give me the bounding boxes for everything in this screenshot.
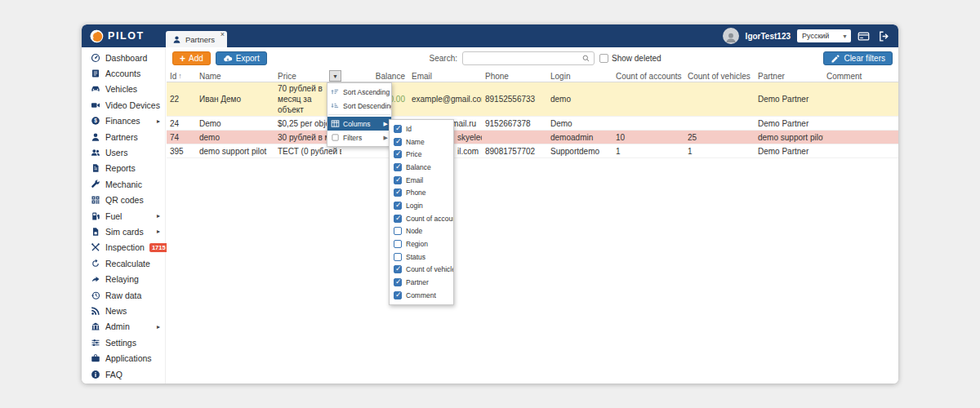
sidebar-item-news[interactable]: News <box>82 303 165 318</box>
column-header-label: Price <box>278 72 296 81</box>
search-input[interactable] <box>463 52 578 64</box>
raw-data-icon <box>91 290 100 300</box>
column-header-partner[interactable]: Partner <box>755 70 823 82</box>
column-header-email[interactable]: Email <box>408 70 482 82</box>
main-content: + Add Export Search: <box>167 47 898 384</box>
accounts-icon <box>91 69 100 78</box>
sidebar-item-partners[interactable]: Partners <box>82 129 165 144</box>
submenu-item-partner[interactable]: Partner <box>390 276 453 289</box>
person-icon <box>172 35 181 44</box>
sidebar-item-relaying[interactable]: Relaying <box>82 271 165 286</box>
cell-phone: 89081757702 <box>482 146 547 157</box>
menu-item-columns[interactable]: Columns▶ <box>327 117 391 131</box>
column-header-comment[interactable]: Comment <box>823 70 898 82</box>
avatar[interactable] <box>723 28 739 44</box>
checked-checkbox-icon <box>394 278 402 286</box>
sidebar-item-users[interactable]: Users <box>82 144 165 160</box>
submenu-item-label: Status <box>406 253 425 261</box>
sidebar-item-admin[interactable]: Admin▸ <box>82 319 165 335</box>
tab-partners[interactable]: Partners × <box>166 31 227 47</box>
tab-close-icon[interactable]: × <box>220 31 225 38</box>
cell-vehicles <box>684 99 755 100</box>
submenu-item-node[interactable]: Node <box>390 225 453 238</box>
sidebar-item-faq[interactable]: FAQ <box>82 366 165 382</box>
sidebar-item-dashboard[interactable]: Dashboard <box>82 50 165 65</box>
cell-vehicles: 1 <box>684 146 755 157</box>
cell-partner: Demo Partner <box>755 146 823 157</box>
vehicles-icon <box>91 84 100 94</box>
table-row[interactable]: 22Иван Демо70 рублей в месяц за объект0.… <box>167 82 898 117</box>
cell-vehicles: 25 <box>684 132 755 143</box>
submenu-item-label: Email <box>406 176 423 184</box>
submenu-item-balance[interactable]: Balance <box>390 161 453 174</box>
sidebar-item-reports[interactable]: Reports <box>82 161 165 176</box>
column-header-label: Balance <box>376 72 405 81</box>
sidebar-item-sim-cards[interactable]: Sim cards▸ <box>82 224 165 239</box>
submenu-item-id[interactable]: Id <box>390 122 453 135</box>
cell-comment <box>823 99 898 100</box>
column-header-balance[interactable]: Balance <box>341 70 408 82</box>
sidebar-item-vehicles[interactable]: Vehicles <box>82 82 165 97</box>
cell-name: demo <box>196 132 274 143</box>
cell-login: demo <box>547 94 612 104</box>
sidebar-item-settings[interactable]: Settings <box>82 335 165 350</box>
search-icon[interactable] <box>578 52 594 64</box>
unchecked-checkbox-icon <box>394 253 402 261</box>
unchecked-checkbox-icon <box>394 240 402 248</box>
sidebar-item-applications[interactable]: Applications <box>82 350 165 366</box>
submenu-item-label: Id <box>406 125 412 133</box>
sidebar-item-inspection[interactable]: Inspection1715 <box>82 240 165 255</box>
app-logo: PILOT <box>90 24 145 47</box>
sidebar-item-video-devices[interactable]: Video Devices <box>82 97 165 113</box>
submenu-item-email[interactable]: Email <box>390 174 453 187</box>
submenu-item-region[interactable]: Region <box>390 237 453 251</box>
menu-item-sort-descending[interactable]: Sort Descending <box>327 99 391 113</box>
news-icon <box>91 306 100 316</box>
table-body: 22Иван Демо70 рублей в месяц за объект0.… <box>167 82 898 158</box>
column-header-vehicles[interactable]: Count of vehicles <box>684 70 755 82</box>
column-header-phone[interactable]: Phone <box>482 70 547 82</box>
submenu-item-count-of-vehicles[interactable]: Count of vehicles <box>390 264 453 277</box>
card-icon[interactable] <box>858 30 871 42</box>
sidebar-item-mechanic[interactable]: Mechanic <box>82 176 165 192</box>
sidebar-item-fuel[interactable]: Fuel▸ <box>82 208 165 224</box>
column-header-login[interactable]: Login <box>547 70 612 82</box>
checked-checkbox-icon <box>394 265 402 273</box>
sidebar-item-accounts[interactable]: Accounts <box>82 65 165 81</box>
sidebar-item-label: Partners <box>105 132 138 142</box>
submenu-item-label: Count of vehicles <box>406 265 453 273</box>
add-button[interactable]: + Add <box>172 51 211 65</box>
column-header-name[interactable]: Name <box>196 70 274 82</box>
column-header-accounts[interactable]: Count of accounts <box>612 70 684 82</box>
cell-comment <box>823 150 898 152</box>
table-row[interactable]: 24Demo$0,25 per object for m...0.00Examp… <box>167 117 898 131</box>
column-header-price[interactable]: Price▼ <box>274 70 341 82</box>
clear-filters-button[interactable]: Clear filters <box>823 51 893 65</box>
submenu-item-status[interactable]: Status <box>390 251 453 264</box>
language-select[interactable]: Русский ▼ <box>797 29 851 42</box>
table-row[interactable]: 74demo30 рублей в месяц за ...skyelectr.… <box>167 131 898 144</box>
sidebar-item-label: Finances <box>105 116 140 126</box>
table-row[interactable]: 395demo support pilotТЕСТ (0 рублей в ме… <box>167 144 898 158</box>
submenu-item-name[interactable]: Name <box>390 135 453 149</box>
submenu-item-count-of-accounts[interactable]: Count of accounts <box>390 212 453 225</box>
logout-icon[interactable] <box>878 30 892 42</box>
show-deleted-toggle[interactable]: Show deleted <box>599 54 662 63</box>
column-menu-trigger[interactable]: ▼ <box>329 70 341 82</box>
sidebar-item-recalculate[interactable]: Recalculate <box>82 255 165 271</box>
export-button[interactable]: Export <box>216 51 267 65</box>
sidebar-item-finances[interactable]: $Finances▸ <box>82 113 165 129</box>
username[interactable]: IgorTest123 <box>746 32 791 41</box>
submenu-item-phone[interactable]: Phone <box>390 186 453 199</box>
sidebar-item-qr-codes[interactable]: QR codes <box>82 193 165 208</box>
submenu-item-price[interactable]: Price <box>390 148 453 161</box>
inspection-icon <box>91 242 100 252</box>
submenu-item-comment[interactable]: Comment <box>390 289 453 302</box>
video-devices-icon <box>91 100 100 110</box>
menu-item-filters[interactable]: Filters▶ <box>327 131 391 144</box>
submenu-item-login[interactable]: Login <box>390 199 453 212</box>
menu-item-sort-ascending[interactable]: Sort Ascending <box>327 85 391 99</box>
sidebar-item-raw-data[interactable]: Raw data <box>82 287 165 303</box>
column-header-id[interactable]: Id↑ <box>167 70 196 82</box>
applications-icon <box>91 353 100 363</box>
